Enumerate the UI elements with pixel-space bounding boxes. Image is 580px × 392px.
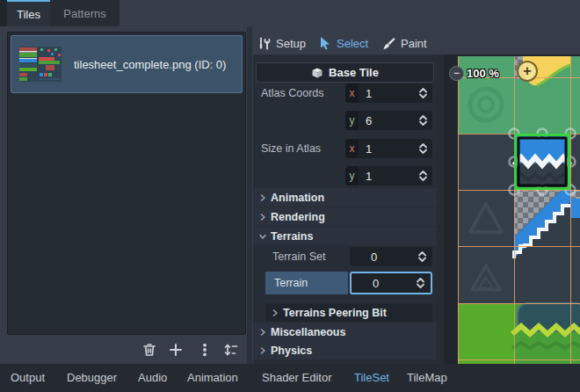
chevron-right-icon bbox=[258, 328, 267, 337]
panel-divider bbox=[247, 26, 252, 364]
bottom-tab-tilemap[interactable]: TileMap bbox=[407, 364, 447, 392]
section-animation[interactable]: Animation bbox=[253, 188, 437, 207]
tab-patterns-label: Patterns bbox=[63, 7, 105, 20]
tab-tiles-label: Tiles bbox=[17, 8, 40, 21]
source-thumbnail bbox=[19, 47, 62, 82]
bottom-tab-animation[interactable]: Animation bbox=[187, 364, 238, 392]
add-source-button[interactable] bbox=[166, 340, 185, 359]
section-terrains-label: Terrains bbox=[271, 230, 313, 243]
atlas-coords-x-spinbox[interactable]: x 1 bbox=[345, 83, 432, 103]
section-rendering-label: Rendering bbox=[271, 211, 325, 223]
zoom-in-icon: + bbox=[523, 63, 531, 78]
atlas-coords-x-value[interactable]: 1 bbox=[359, 87, 417, 100]
section-physics[interactable]: Physics bbox=[253, 341, 437, 359]
terrain-set-value[interactable]: 0 bbox=[350, 250, 417, 264]
chevron-right-icon bbox=[258, 193, 267, 202]
terrain-label: Terrain bbox=[274, 277, 308, 289]
zoom-out-button[interactable]: − bbox=[449, 66, 464, 81]
chevron-right-icon bbox=[258, 213, 267, 221]
brush-icon bbox=[382, 37, 395, 50]
sources-toolbar bbox=[0, 338, 250, 361]
tab-tiles[interactable]: Tiles bbox=[7, 0, 50, 26]
selected-water-tile[interactable] bbox=[514, 134, 570, 190]
size-in-atlas-x-spinbox[interactable]: x 1 bbox=[345, 139, 432, 158]
axis-x-badge: x bbox=[345, 83, 359, 103]
section-animation-label: Animation bbox=[271, 192, 324, 204]
chevron-right-icon bbox=[271, 309, 279, 317]
updown-icon[interactable] bbox=[417, 142, 429, 156]
setup-label: Setup bbox=[276, 37, 306, 50]
base-tile-header: Base Tile bbox=[256, 62, 434, 83]
source-item-label: tilesheet_complete.png (ID: 0) bbox=[74, 58, 226, 71]
paint-label: Paint bbox=[401, 37, 427, 50]
section-physics-label: Physics bbox=[271, 345, 312, 357]
atlas-coords-y-value[interactable]: 6 bbox=[359, 114, 417, 127]
select-mode-button[interactable]: Select bbox=[319, 33, 368, 53]
axis-x-badge: x bbox=[345, 139, 359, 158]
atlas-coords-label: Atlas Coords bbox=[261, 83, 324, 103]
terrain-spinbox[interactable]: 0 bbox=[350, 272, 432, 294]
tools-icon bbox=[257, 37, 271, 50]
list-item-tilesheet[interactable]: tilesheet_complete.png (ID: 0) bbox=[11, 35, 243, 93]
terrain-set-spinbox[interactable]: 0 bbox=[350, 247, 432, 266]
trash-icon bbox=[141, 342, 157, 358]
source-menu-button[interactable] bbox=[195, 340, 214, 359]
cursor-icon bbox=[319, 36, 331, 50]
section-terrains-peering-bit[interactable]: Terrains Peering Bit bbox=[265, 303, 432, 322]
section-miscellaneous-label: Miscellaneous bbox=[271, 326, 345, 338]
section-miscellaneous[interactable]: Miscellaneous bbox=[253, 323, 437, 341]
zoom-out-icon: − bbox=[453, 67, 460, 79]
updown-icon[interactable] bbox=[417, 250, 428, 264]
tile-inspector: Base Tile Atlas Coords x 1 y 6 Size in A… bbox=[253, 54, 437, 364]
paint-mode-button[interactable]: Paint bbox=[382, 33, 427, 53]
sort-sources-button[interactable] bbox=[221, 340, 241, 359]
tab-patterns[interactable]: Patterns bbox=[50, 0, 120, 26]
atlas-coords-y-spinbox[interactable]: y 6 bbox=[345, 111, 432, 130]
plus-icon bbox=[168, 342, 184, 358]
section-terrains[interactable]: Terrains bbox=[253, 227, 437, 245]
terrain-value[interactable]: 0 bbox=[352, 277, 415, 290]
size-in-atlas-y-spinbox[interactable]: y 1 bbox=[345, 166, 432, 185]
atlas-view[interactable]: − 100 % + bbox=[444, 54, 580, 364]
size-in-atlas-x-value[interactable]: 1 bbox=[359, 142, 417, 156]
size-in-atlas-y-value[interactable]: 1 bbox=[359, 170, 417, 183]
bottom-tab-debugger[interactable]: Debugger bbox=[67, 364, 117, 392]
axis-y-badge: y bbox=[345, 166, 359, 185]
zoom-level[interactable]: 100 % bbox=[467, 66, 511, 81]
terrain-row-selected[interactable]: Terrain bbox=[265, 272, 348, 294]
tileset-editor-panel: Tiles Patterns bbox=[0, 0, 580, 392]
base-tile-title: Base Tile bbox=[329, 66, 379, 79]
bottom-panel-bar: Output Debugger Audio Animation Shader E… bbox=[0, 364, 580, 392]
zoom-in-button[interactable]: + bbox=[517, 61, 538, 82]
bottom-tab-audio[interactable]: Audio bbox=[138, 364, 167, 392]
chevron-down-icon bbox=[258, 232, 267, 241]
inspector-divider bbox=[437, 54, 444, 364]
updown-icon[interactable] bbox=[417, 169, 429, 183]
terrain-set-label: Terrain Set bbox=[272, 247, 325, 266]
updown-icon[interactable] bbox=[415, 276, 426, 290]
updown-icon[interactable] bbox=[417, 113, 429, 127]
updown-icon[interactable] bbox=[417, 86, 429, 100]
size-in-atlas-label: Size in Atlas bbox=[261, 139, 321, 158]
select-label: Select bbox=[337, 37, 368, 50]
bottom-tab-output[interactable]: Output bbox=[11, 364, 45, 392]
section-rendering[interactable]: Rendering bbox=[253, 207, 437, 226]
tile-atlas-image[interactable] bbox=[444, 54, 580, 364]
bottom-tab-shader-editor[interactable]: Shader Editor bbox=[262, 364, 332, 392]
kebab-menu-icon bbox=[197, 342, 213, 358]
delete-source-button[interactable] bbox=[140, 340, 159, 359]
atlas-tiles bbox=[458, 56, 580, 364]
tile-cube-icon bbox=[311, 67, 323, 79]
chevron-right-icon bbox=[258, 346, 267, 355]
tab-bar: Tiles Patterns bbox=[0, 0, 120, 26]
sort-icon bbox=[223, 342, 239, 358]
tile-sources-list[interactable]: tilesheet_complete.png (ID: 0) bbox=[7, 32, 246, 335]
axis-y-badge: y bbox=[345, 111, 359, 130]
bottom-tab-tileset[interactable]: TileSet bbox=[354, 364, 389, 392]
terrains-peering-bit-label: Terrains Peering Bit bbox=[283, 307, 387, 319]
setup-mode-button[interactable]: Setup bbox=[257, 33, 306, 53]
